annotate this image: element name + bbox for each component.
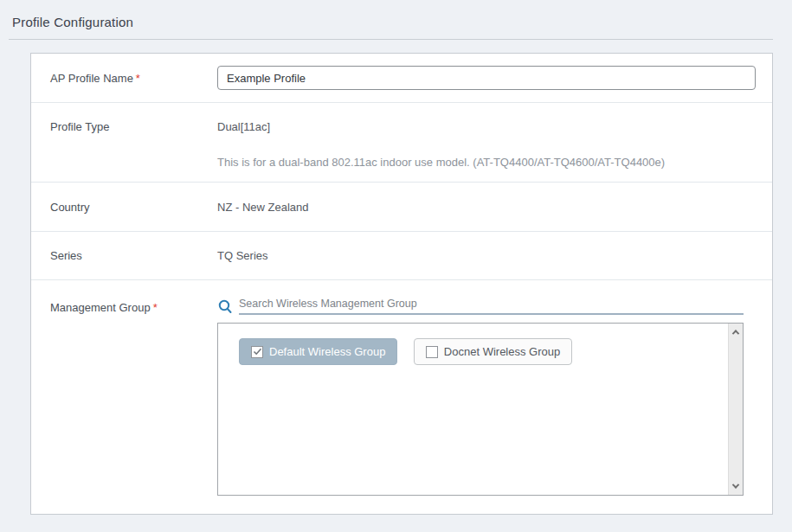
search-icon — [217, 298, 233, 315]
profile-type-label: Profile Type — [31, 103, 217, 133]
series-label: Series — [31, 249, 217, 262]
management-group-search — [217, 296, 744, 315]
group-list: Default Wireless Group Docnet Wireless G… — [218, 324, 728, 495]
required-asterisk: * — [153, 301, 158, 314]
scroll-up-icon[interactable] — [729, 325, 743, 339]
scroll-down-icon[interactable] — [729, 479, 743, 493]
row-management-group: Management Group* — [31, 279, 772, 514]
checkbox-checked-icon[interactable] — [251, 346, 263, 358]
checkbox-unchecked-icon[interactable] — [426, 346, 438, 358]
management-group-label: Management Group* — [31, 280, 217, 314]
ap-profile-name-label: AP Profile Name* — [31, 72, 217, 85]
management-group-listbox: Default Wireless Group Docnet Wireless G… — [217, 323, 744, 496]
required-asterisk: * — [136, 72, 140, 85]
profile-type-value: Dual[11ac] — [217, 103, 665, 133]
row-country: Country NZ - New Zealand — [31, 182, 772, 231]
page-title: Profile Configuration — [0, 0, 792, 29]
ap-profile-name-input[interactable] — [217, 66, 756, 90]
country-value: NZ - New Zealand — [217, 201, 308, 214]
row-series: Series TQ Series — [31, 231, 772, 279]
profile-configuration-panel: AP Profile Name* Profile Type Dual[11ac]… — [30, 53, 773, 515]
series-value: TQ Series — [217, 249, 268, 262]
title-divider — [9, 39, 773, 40]
row-profile-type: Profile Type Dual[11ac] This is for a du… — [31, 102, 772, 182]
profile-type-description: This is for a dual-band 802.11ac indoor … — [217, 156, 665, 169]
country-label: Country — [31, 201, 217, 214]
listbox-scrollbar[interactable] — [728, 324, 743, 495]
search-input[interactable] — [239, 296, 744, 315]
group-option-default-wireless[interactable]: Default Wireless Group — [239, 338, 397, 365]
group-option-docnet-wireless[interactable]: Docnet Wireless Group — [414, 338, 572, 365]
row-ap-profile-name: AP Profile Name* — [31, 54, 772, 102]
